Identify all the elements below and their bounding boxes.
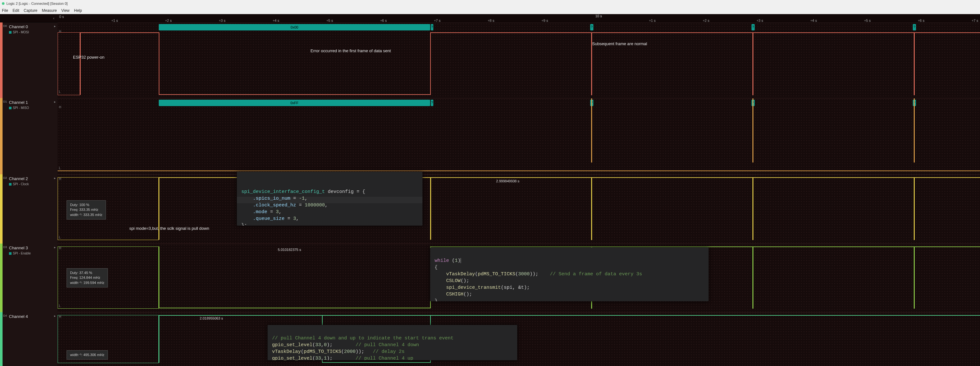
mosi-frame-bubble[interactable]: 0x00 xyxy=(159,24,430,30)
channel-0-header[interactable]: D0 Channel 0 SPI - MOSI ▸ xyxy=(0,22,57,98)
tooltip-duty: Duty: 100 % xyxy=(70,203,102,207)
channel-4-name: Channel 4 xyxy=(3,314,54,319)
channel-1-name: Channel 1 xyxy=(3,100,54,105)
time-tick: +5 s xyxy=(864,19,871,22)
time-tick: +9 s xyxy=(541,19,548,22)
time-tick: +3 s xyxy=(757,19,763,22)
menu-file[interactable]: File xyxy=(2,8,8,13)
proto-marker: ? xyxy=(751,24,755,30)
window-title: Logic 2 [Logic - Connected] [Session 0] xyxy=(6,2,68,5)
time-tick: +4 s xyxy=(273,19,279,22)
ch1-low-line xyxy=(57,171,980,171)
scroll-left-icon[interactable]: ‹ xyxy=(53,16,54,21)
time-label-ch4: 2.018955063 s xyxy=(200,316,223,320)
collapse-icon[interactable]: ▸ xyxy=(54,176,56,180)
measurement-tooltip-ch4: width⁻¹: 495.306 mHz xyxy=(67,350,108,360)
tooltip-duty: Duty: 37.45 % xyxy=(70,270,104,275)
ch0-waveform xyxy=(57,32,80,95)
menu-measure[interactable]: Measure xyxy=(42,8,57,13)
channel-1-sub: SPI - MISO xyxy=(13,106,29,110)
ch0-burst xyxy=(914,32,915,95)
channel-4-header[interactable]: D4 Channel 4 ▸ xyxy=(0,312,57,366)
proto-marker: ? xyxy=(913,24,916,30)
time-tick: +3 s xyxy=(219,19,226,22)
menu-bar: File Edit Capture Measure View Help xyxy=(0,7,980,14)
ch0-edge xyxy=(430,32,431,95)
analyzer-color-icon xyxy=(9,107,11,109)
proto-marker: ? xyxy=(590,24,593,30)
time-label-ch2: 2.999849938 s xyxy=(496,179,519,183)
time-tick: +7 s xyxy=(972,19,978,22)
proto-marker: ? xyxy=(431,100,433,106)
collapse-icon[interactable]: ▸ xyxy=(54,24,56,28)
time-tick: +2 s xyxy=(165,19,172,22)
ch2-burst xyxy=(914,177,915,240)
collapse-icon[interactable]: ▸ xyxy=(54,314,56,318)
menu-capture[interactable]: Capture xyxy=(24,8,37,13)
time-marker-10s: 10 s xyxy=(595,14,602,18)
menu-help[interactable]: Help xyxy=(74,8,82,13)
timeline-ruler[interactable]: ‹ 0 s 10 s ++1 s1 s +2 s +3 s +4 s +5 s … xyxy=(0,14,980,22)
time-tick: +6 s xyxy=(918,19,924,22)
title-bar: Logic 2 [Logic - Connected] [Session 0] xyxy=(0,0,980,7)
channel-1-header[interactable]: D1 Channel 1 SPI - MISO ▸ xyxy=(0,98,57,174)
ch4-high xyxy=(159,315,980,316)
ch3-high xyxy=(430,246,980,247)
channel-2-color xyxy=(0,174,3,244)
channel-0-name: Channel 0 xyxy=(3,24,54,29)
collapse-icon[interactable]: ▸ xyxy=(54,246,56,249)
time-tick: +6 s xyxy=(380,19,387,22)
analyzer-color-icon xyxy=(9,252,11,255)
tooltip-freq: Freq: 333.35 mHz xyxy=(70,207,102,212)
channel-2-header[interactable]: D2 Channel 2 SPI - Clock ▸ xyxy=(0,174,57,244)
annotation-first-err: Error occurred in the first frame of dat… xyxy=(310,48,391,53)
time-label-ch3: 5.010182375 s xyxy=(278,248,301,252)
ch4-edge xyxy=(159,315,159,363)
channel-4-row[interactable]: H width⁻¹: 495.306 mHz 2.018955063 s xyxy=(57,312,980,366)
channel-index: D3 xyxy=(3,246,7,249)
analyzer-color-icon xyxy=(9,183,11,185)
tooltip-width: width⁻¹: 199.594 mHz xyxy=(70,280,104,285)
ch0-burst xyxy=(752,32,753,95)
ch2-edge xyxy=(430,177,431,240)
channel-3-header[interactable]: D3 Channel 3 SPI - Enable ▸ xyxy=(0,244,57,312)
channel-2-name: Channel 2 xyxy=(3,176,54,181)
menu-view[interactable]: View xyxy=(61,8,70,13)
ch4-low xyxy=(322,362,431,363)
channel-1-color xyxy=(0,98,3,174)
annotation-sclk-note: spi mode=3,but, the sclk signal is pull … xyxy=(129,226,209,231)
ch2-high xyxy=(430,177,980,178)
ch0-high-seg xyxy=(80,32,159,33)
ch3-low xyxy=(159,308,431,308)
ch3-burst xyxy=(914,246,915,308)
time-tick: +1 s xyxy=(649,19,656,22)
measurement-tooltip-ch2: Duty: 100 % Freq: 333.35 mHz width⁻¹: 33… xyxy=(67,200,106,219)
time-zero-label: 0 s xyxy=(59,15,64,19)
channel-2-row[interactable]: H L Duty: 100 % Freq: 333.35 mHz width⁻¹… xyxy=(57,174,980,244)
code-token: spi_device_interface_config_t xyxy=(241,189,325,195)
ch1-burst xyxy=(591,98,592,163)
channel-3-sub: SPI - Enable xyxy=(13,252,31,255)
channel-1-row[interactable]: H L 0xFF ? ? ? ? xyxy=(57,98,980,174)
annotation-poweron: ESP32 power-on xyxy=(73,55,104,60)
ch0-high-seg xyxy=(430,32,980,33)
time-tick: +8 s xyxy=(488,19,495,22)
channel-index: D4 xyxy=(3,314,7,317)
channel-3-color xyxy=(0,244,3,312)
channel-index: D1 xyxy=(3,100,7,103)
code-overlay-gpio: // pull Channel 4 down and up to indicat… xyxy=(267,325,517,360)
collapse-icon[interactable]: ▸ xyxy=(54,100,56,104)
waveform-area[interactable]: D0 Channel 0 SPI - MOSI ▸ D1 Channel 1 S… xyxy=(0,22,980,366)
channel-4-color xyxy=(0,312,3,366)
menu-edit[interactable]: Edit xyxy=(13,8,19,13)
tooltip-width: width⁻¹: 495.306 mHz xyxy=(70,353,104,357)
channel-0-row[interactable]: H L 0x00 ? ? ? ? ESP32 power-on Error oc… xyxy=(57,22,980,98)
channel-index: D2 xyxy=(3,176,7,179)
measurement-tooltip-ch3: Duty: 37.45 % Freq: 124.844 mHz width⁻¹:… xyxy=(67,268,108,288)
channel-3-name: Channel 3 xyxy=(3,246,54,250)
miso-frame-bubble[interactable]: 0xFF xyxy=(159,100,430,106)
ch2-burst xyxy=(591,177,592,240)
tooltip-width: width⁻¹: 333.35 mHz xyxy=(70,213,102,217)
ch0-edge xyxy=(80,32,81,95)
ch0-low-seg xyxy=(159,94,430,95)
